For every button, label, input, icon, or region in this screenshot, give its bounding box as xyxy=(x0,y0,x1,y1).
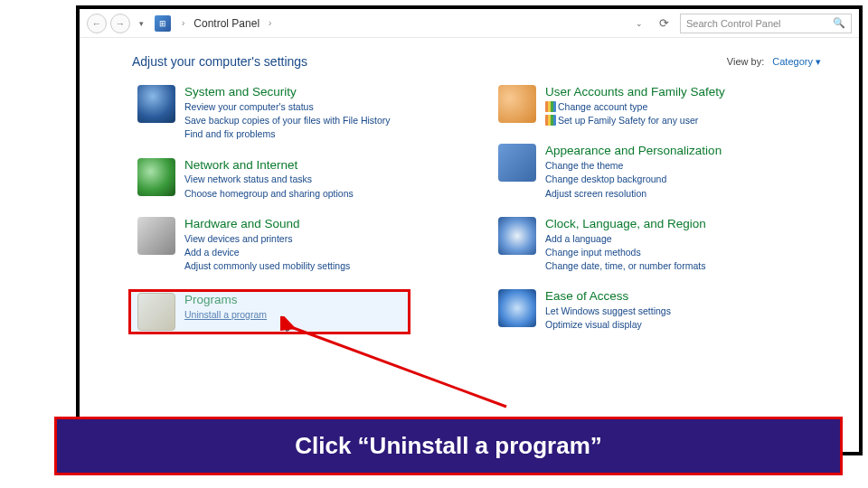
category-link[interactable]: Change the theme xyxy=(545,159,722,173)
history-dropdown-icon[interactable]: ▾ xyxy=(134,19,149,28)
category-link[interactable]: Add a language xyxy=(545,232,706,246)
annotation-callout: Click “Uninstall a program” xyxy=(54,417,843,475)
category-clock-language-region: Clock, Language, and Region Add a langua… xyxy=(493,213,821,277)
chevron-right-icon: › xyxy=(263,18,277,28)
users-icon xyxy=(498,85,536,123)
callout-text: Click “Uninstall a program” xyxy=(66,432,831,460)
forward-button[interactable]: → xyxy=(110,14,130,33)
uac-shield-icon xyxy=(545,101,556,112)
search-icon: 🔍 xyxy=(833,17,845,29)
category-system-security: System and Security Review your computer… xyxy=(132,81,460,145)
category-hardware-sound: Hardware and Sound View devices and prin… xyxy=(132,213,460,277)
category-title[interactable]: User Accounts and Family Safety xyxy=(545,85,725,100)
category-user-accounts: User Accounts and Family Safety Change a… xyxy=(493,81,821,131)
category-link[interactable]: Add a device xyxy=(184,246,350,259)
category-link[interactable]: Optimize visual display xyxy=(545,318,671,332)
category-link[interactable]: Review your computer's status xyxy=(184,100,391,114)
refresh-button[interactable]: ⟳ xyxy=(652,16,676,30)
page-title: Adjust your computer's settings xyxy=(132,54,307,69)
category-programs: Programs Uninstall a program xyxy=(132,286,460,342)
control-panel-window: ← → ▾ ⊞ › Control Panel › ⌄ ⟳ Search Con… xyxy=(80,9,859,452)
control-panel-icon: ⊞ xyxy=(155,15,171,32)
uac-shield-icon xyxy=(545,115,556,126)
category-link[interactable]: Change desktop background xyxy=(545,173,722,186)
uninstall-program-link[interactable]: Uninstall a program xyxy=(184,308,267,322)
category-link[interactable]: View network status and tasks xyxy=(184,173,354,186)
category-appearance: Appearance and Personalization Change th… xyxy=(493,140,821,204)
back-button[interactable]: ← xyxy=(87,14,107,33)
search-input[interactable]: Search Control Panel 🔍 xyxy=(680,14,852,33)
category-link[interactable]: Choose homegroup and sharing options xyxy=(184,187,354,201)
address-dropdown-icon[interactable]: ⌄ xyxy=(630,19,648,28)
category-link[interactable]: Change account type xyxy=(545,100,725,114)
toolbar: ← → ▾ ⊞ › Control Panel › ⌄ ⟳ Search Con… xyxy=(80,9,859,38)
category-network-internet: Network and Internet View network status… xyxy=(132,155,460,204)
content-area: Adjust your computer's settings View by:… xyxy=(80,38,859,351)
category-title[interactable]: Hardware and Sound xyxy=(184,217,350,232)
screenshot-border: ← → ▾ ⊞ › Control Panel › ⌄ ⟳ Search Con… xyxy=(76,5,863,455)
monitor-icon xyxy=(498,144,536,182)
ease-of-access-icon xyxy=(498,289,536,327)
category-ease-of-access: Ease of Access Let Windows suggest setti… xyxy=(493,286,821,335)
category-title[interactable]: Appearance and Personalization xyxy=(545,144,722,159)
chevron-right-icon: › xyxy=(176,18,190,28)
category-link[interactable]: View devices and printers xyxy=(184,232,350,246)
right-column: User Accounts and Family Safety Change a… xyxy=(493,81,821,342)
category-link[interactable]: Adjust commonly used mobility settings xyxy=(184,259,350,273)
category-title[interactable]: Clock, Language, and Region xyxy=(545,217,706,232)
category-link[interactable]: Change input methods xyxy=(545,246,706,259)
search-placeholder: Search Control Panel xyxy=(686,18,781,29)
clock-icon xyxy=(498,217,536,255)
category-title[interactable]: Network and Internet xyxy=(184,158,354,174)
shield-icon xyxy=(137,85,175,123)
category-link[interactable]: Save backup copies of your files with Fi… xyxy=(184,114,391,127)
category-link[interactable]: Find and fix problems xyxy=(184,127,391,141)
printer-icon xyxy=(137,217,175,255)
programs-icon xyxy=(137,293,175,331)
globe-icon xyxy=(137,158,175,196)
breadcrumb[interactable]: Control Panel xyxy=(193,17,259,30)
category-title[interactable]: Programs xyxy=(184,293,267,308)
view-by[interactable]: View by: Category ▾ xyxy=(727,56,821,68)
left-column: System and Security Review your computer… xyxy=(132,81,460,342)
category-link[interactable]: Adjust screen resolution xyxy=(545,187,722,201)
category-link[interactable]: Change date, time, or number formats xyxy=(545,259,706,273)
category-title[interactable]: System and Security xyxy=(184,85,391,100)
category-link[interactable]: Let Windows suggest settings xyxy=(545,305,671,318)
category-title[interactable]: Ease of Access xyxy=(545,289,671,305)
category-link[interactable]: Set up Family Safety for any user xyxy=(545,114,725,127)
